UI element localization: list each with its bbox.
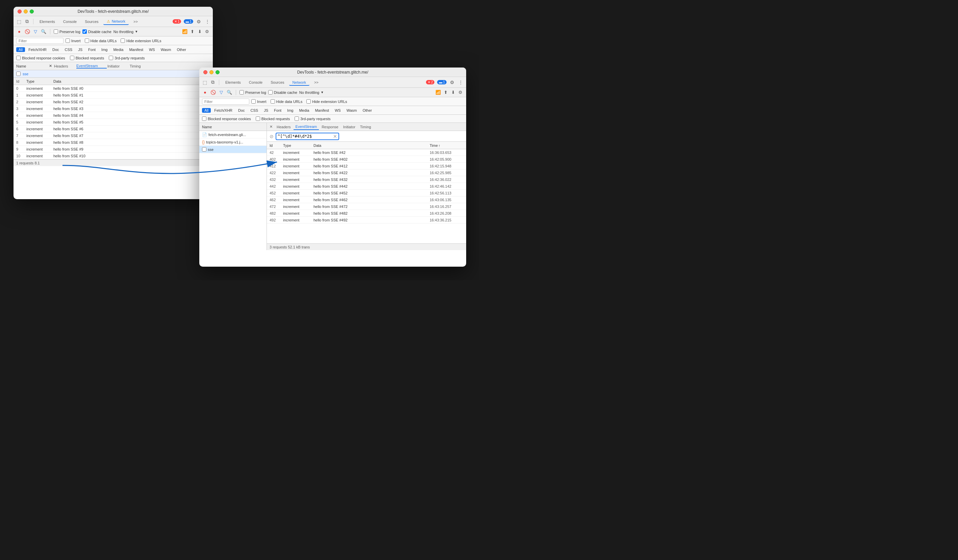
- close-detail-icon[interactable]: ✕: [270, 125, 273, 129]
- type-btn-fetch-2[interactable]: Fetch/XHR: [212, 108, 235, 113]
- preserve-log-label-1[interactable]: Preserve log: [54, 29, 80, 34]
- filter-icon-2[interactable]: ▽: [218, 89, 224, 95]
- maximize-button-2[interactable]: [216, 70, 220, 74]
- hide-ext-urls-label-1[interactable]: Hide extension URLs: [121, 38, 161, 43]
- type-btn-all-2[interactable]: All: [202, 108, 211, 113]
- settings-icon-1[interactable]: ⚙: [195, 18, 202, 25]
- blocked-cookies-checkbox-1[interactable]: [16, 56, 21, 60]
- type-btn-fetch-1[interactable]: Fetch/XHR: [26, 47, 49, 52]
- hide-data-urls-checkbox-1[interactable]: [85, 38, 89, 43]
- blocked-cookies-label-2[interactable]: Blocked response cookies: [202, 117, 251, 121]
- tab-eventstream-detail-2[interactable]: EventStream: [293, 124, 319, 130]
- event-row-2-3[interactable]: 422 increment hello from SSE #422 16:42:…: [267, 169, 466, 176]
- close-button-2[interactable]: [203, 70, 208, 74]
- event-row-2-1[interactable]: 402 increment hello from SSE #402 16:42:…: [267, 156, 466, 163]
- invert-label-1[interactable]: Invert: [65, 38, 81, 43]
- minimize-button-2[interactable]: [209, 70, 214, 74]
- blocked-cookies-label-1[interactable]: Blocked response cookies: [16, 56, 65, 60]
- preserve-log-label-2[interactable]: Preserve log: [240, 90, 266, 95]
- hide-data-urls-label-2[interactable]: Hide data URLs: [271, 99, 303, 104]
- tab-console-2[interactable]: Console: [246, 79, 266, 86]
- request-row-sse[interactable]: sse: [199, 146, 266, 153]
- tab-more-2[interactable]: >>: [311, 79, 322, 86]
- tab-initiator-1[interactable]: Initiator: [108, 64, 129, 68]
- settings2-icon-2[interactable]: ⚙: [457, 89, 463, 95]
- hide-ext-urls-label-2[interactable]: Hide extension URLs: [306, 99, 347, 104]
- type-btn-ws-1[interactable]: WS: [147, 47, 157, 52]
- tab-sources-1[interactable]: Sources: [81, 18, 102, 25]
- type-btn-other-2[interactable]: Other: [360, 108, 374, 113]
- type-btn-wasm-2[interactable]: Wasm: [344, 108, 359, 113]
- type-btn-css-2[interactable]: CSS: [248, 108, 261, 113]
- filter-input-2[interactable]: [202, 98, 249, 104]
- settings2-icon-1[interactable]: ⚙: [204, 29, 210, 35]
- tab-network-1[interactable]: ⚠ Network: [103, 18, 129, 25]
- disable-cache-label-2[interactable]: Disable cache: [268, 90, 297, 95]
- clear-btn-2[interactable]: 🚫: [210, 89, 216, 95]
- tab-eventstream-1[interactable]: EventStream: [76, 64, 107, 68]
- settings-icon-2[interactable]: ⚙: [449, 79, 455, 86]
- event-row-1-0[interactable]: 0 increment hello from SSE #0 16:3: [14, 85, 213, 92]
- blocked-requests-label-2[interactable]: Blocked requests: [256, 117, 290, 121]
- event-row-1-4[interactable]: 4 increment hello from SSE #4 16:3: [14, 112, 213, 119]
- hide-ext-urls-checkbox-1[interactable]: [121, 38, 125, 43]
- type-btn-font-2[interactable]: Font: [271, 108, 284, 113]
- type-btn-all-1[interactable]: All: [16, 47, 25, 52]
- tab-console-1[interactable]: Console: [60, 18, 80, 25]
- type-btn-ws-2[interactable]: WS: [332, 108, 343, 113]
- invert-checkbox-2[interactable]: [251, 99, 256, 104]
- hide-data-urls-label-1[interactable]: Hide data URLs: [85, 38, 117, 43]
- tab-network-2[interactable]: Network: [289, 79, 309, 86]
- tab-sources-2[interactable]: Sources: [267, 79, 287, 86]
- upload-icon-2[interactable]: ⬆: [443, 89, 449, 95]
- event-row-2-7[interactable]: 462 increment hello from SSE #462 16:43:…: [267, 196, 466, 203]
- wifi-icon-1[interactable]: 📶: [182, 29, 188, 35]
- third-party-label-2[interactable]: 3rd-party requests: [295, 117, 330, 121]
- disable-cache-label-1[interactable]: Disable cache: [82, 29, 111, 34]
- event-row-1-8[interactable]: 8 increment hello from SSE #8 16:3: [14, 139, 213, 146]
- inspect-icon-2[interactable]: ⬚: [201, 79, 208, 86]
- tab-headers-2[interactable]: Headers: [274, 124, 293, 130]
- event-row-1-7[interactable]: 7 increment hello from SSE #7 16:3: [14, 132, 213, 139]
- device-icon[interactable]: ⧉: [24, 18, 30, 25]
- event-row-2-10[interactable]: 492 increment hello from SSE #492 16:43:…: [267, 217, 466, 223]
- tab-headers-1[interactable]: Headers: [54, 64, 76, 68]
- type-btn-img-2[interactable]: Img: [285, 108, 296, 113]
- device-icon-2[interactable]: ⧉: [209, 79, 216, 86]
- invert-checkbox-1[interactable]: [65, 38, 70, 43]
- event-row-2-2[interactable]: 412 increment hello from SSE #412 16:42:…: [267, 163, 466, 169]
- search-icon-2[interactable]: 🔍: [226, 89, 232, 95]
- type-btn-other-1[interactable]: Other: [174, 47, 189, 52]
- filter-input-1[interactable]: [16, 38, 63, 44]
- third-party-label-1[interactable]: 3rd-party requests: [109, 56, 144, 60]
- preserve-log-checkbox-2[interactable]: [240, 90, 244, 95]
- sse-row-checkbox[interactable]: [202, 147, 206, 152]
- more-icon-1[interactable]: ⋮: [204, 18, 211, 25]
- type-btn-doc-1[interactable]: Doc: [50, 47, 62, 52]
- type-btn-js-1[interactable]: JS: [76, 47, 85, 52]
- tab-more-1[interactable]: >>: [130, 18, 141, 25]
- inspect-icon[interactable]: ⬚: [16, 18, 22, 25]
- upload-icon-1[interactable]: ⬆: [189, 29, 195, 35]
- tab-timing-2[interactable]: Timing: [358, 124, 373, 130]
- event-row-1-6[interactable]: 6 increment hello from SSE #6 16:3: [14, 126, 213, 132]
- type-btn-img-1[interactable]: Img: [99, 47, 110, 52]
- event-row-2-4[interactable]: 432 increment hello from SSE #432 16:42:…: [267, 176, 466, 183]
- invert-label-2[interactable]: Invert: [251, 99, 266, 104]
- third-party-checkbox-2[interactable]: [295, 117, 299, 121]
- maximize-button-1[interactable]: [30, 9, 34, 14]
- wifi-icon-2[interactable]: 📶: [435, 89, 441, 95]
- tab-response-2[interactable]: Response: [320, 124, 341, 130]
- sse-checkbox-1[interactable]: [16, 71, 21, 76]
- type-btn-doc-2[interactable]: Doc: [236, 108, 247, 113]
- tab-elements-1[interactable]: Elements: [36, 18, 59, 25]
- type-btn-css-1[interactable]: CSS: [62, 47, 75, 52]
- download-icon-2[interactable]: ⬇: [450, 89, 456, 95]
- type-btn-font-1[interactable]: Font: [86, 47, 98, 52]
- event-row-1-9[interactable]: 9 increment hello from SSE #9 16:3: [14, 146, 213, 153]
- more-icon-2[interactable]: ⋮: [457, 79, 464, 86]
- type-btn-manifest-1[interactable]: Manifest: [127, 47, 146, 52]
- event-row-2-9[interactable]: 482 increment hello from SSE #482 16:43:…: [267, 210, 466, 217]
- download-icon-1[interactable]: ⬇: [197, 29, 203, 35]
- type-btn-manifest-2[interactable]: Manifest: [312, 108, 331, 113]
